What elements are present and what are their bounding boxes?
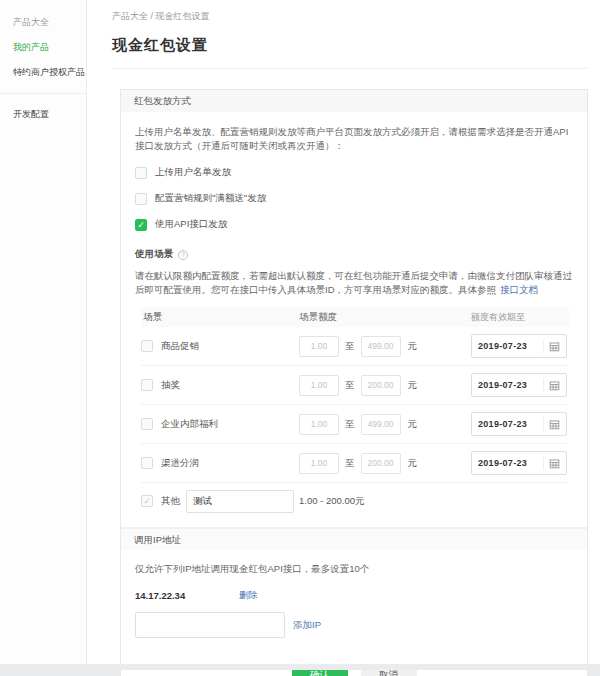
checkbox-icon[interactable] [141, 418, 153, 430]
other-scene-range: 1.00 - 200.00元 [299, 495, 365, 508]
table-row-lottery: 抽奖 至 元 2019-07-23 [141, 366, 569, 405]
sidebar-divider [0, 93, 86, 94]
checkbox-label: 配置营销规则"满额送"发放 [155, 192, 266, 205]
new-ip-input[interactable] [135, 612, 285, 638]
ip-add-row: 添加IP [135, 612, 573, 638]
main-content: 产品大全 / 现金红包设置 现金红包设置 红包发放方式 上传用户名单发放、配置营… [87, 0, 600, 670]
date-picker[interactable]: 2019-07-23 [471, 334, 567, 358]
unit-label: 元 [408, 340, 418, 353]
date-picker[interactable]: 2019-07-23 [471, 451, 567, 475]
scene-name: 企业内部福利 [161, 418, 218, 431]
max-amount-input[interactable] [361, 453, 401, 474]
settings-panel: 红包发放方式 上传用户名单发放、配置营销规则发放等商户平台页面发放方式必须开启，… [120, 89, 588, 676]
sidebar-item-authorized-products[interactable]: 特约商户授权产品 [0, 60, 86, 85]
section-header-send-methods: 红包发放方式 [121, 90, 587, 112]
calendar-icon [543, 339, 560, 353]
api-doc-link[interactable]: 接口文档 [500, 284, 538, 295]
max-amount-input[interactable] [361, 414, 401, 435]
table-row-employee-benefits: 企业内部福利 至 元 2019-07-23 [141, 405, 569, 444]
unit-label: 元 [408, 457, 418, 470]
section-header-ip: 调用IP地址 [121, 528, 587, 550]
column-header-scene: 场景 [141, 311, 299, 324]
min-amount-input[interactable] [299, 336, 339, 357]
calendar-icon [543, 378, 560, 392]
ip-entry-row: 14.17.22.34 删除 [135, 589, 573, 602]
scene-name: 其他 [161, 495, 180, 508]
send-methods-intro: 上传用户名单发放、配置营销规则发放等商户平台页面发放方式必须开启，请根据需求选择… [135, 125, 573, 153]
page-bottom-strip [0, 664, 600, 670]
scene-quota-table: 场景 场景额度 额度有效期至 商品促销 至 元 [141, 307, 569, 519]
page: 产品大全 我的产品 特约商户授权产品 开发配置 产品大全 / 现金红包设置 现金… [0, 0, 600, 670]
checkbox-label: 上传用户名单发放 [155, 166, 231, 179]
min-amount-input[interactable] [299, 375, 339, 396]
checkbox-faint-icon[interactable] [141, 495, 153, 507]
sidebar-item-dev-config[interactable]: 开发配置 [0, 102, 86, 127]
usage-scenes-title: 使用场景 [135, 248, 173, 261]
sidebar-item-my-products[interactable]: 我的产品 [0, 35, 86, 60]
calendar-icon [543, 417, 560, 431]
max-amount-input[interactable] [361, 336, 401, 357]
checkbox-icon [135, 193, 147, 205]
table-row-product-promo: 商品促销 至 元 2019-07-23 [141, 327, 569, 366]
checkbox-checked-icon [135, 219, 147, 231]
checkbox-icon[interactable] [141, 457, 153, 469]
table-row-other: 其他 1.00 - 200.00元 [141, 483, 569, 519]
date-value: 2019-07-23 [478, 341, 543, 351]
date-value: 2019-07-23 [478, 419, 543, 429]
ip-section: 仅允许下列IP地址调用现金红包API接口，最多设置10个 14.17.22.34… [121, 550, 587, 638]
table-row-channel-profit: 渠道分润 至 元 2019-07-23 [141, 444, 569, 483]
column-header-valid-until: 额度有效期至 [471, 311, 569, 324]
ip-address: 14.17.22.34 [135, 590, 239, 601]
breadcrumb-parent[interactable]: 产品大全 [112, 11, 148, 21]
checkbox-use-api[interactable]: 使用API接口发放 [135, 218, 573, 231]
checkbox-marketing-rule[interactable]: 配置营销规则"满额送"发放 [135, 192, 573, 205]
date-value: 2019-07-23 [478, 458, 543, 468]
other-scene-input[interactable] [186, 490, 294, 513]
ip-section-description: 仅允许下列IP地址调用现金红包API接口，最多设置10个 [135, 563, 573, 576]
date-value: 2019-07-23 [478, 380, 543, 390]
page-title: 现金红包设置 [112, 36, 588, 55]
to-label: 至 [345, 379, 355, 392]
to-label: 至 [345, 457, 355, 470]
checkbox-icon [135, 167, 147, 179]
max-amount-input[interactable] [361, 375, 401, 396]
sidebar-item-all-products[interactable]: 产品大全 [0, 10, 86, 35]
unit-label: 元 [408, 418, 418, 431]
send-methods-section: 上传用户名单发放、配置营销规则发放等商户平台页面发放方式必须开启，请根据需求选择… [121, 112, 587, 519]
column-header-quota: 场景额度 [299, 311, 471, 324]
scene-name: 抽奖 [161, 379, 180, 392]
breadcrumb-current: 现金红包设置 [156, 11, 210, 21]
scene-name: 渠道分润 [161, 457, 199, 470]
delete-ip-link[interactable]: 删除 [239, 589, 258, 602]
to-label: 至 [345, 418, 355, 431]
calendar-icon [543, 456, 560, 470]
checkbox-icon[interactable] [141, 340, 153, 352]
title-divider [112, 68, 588, 69]
checkbox-label: 使用API接口发放 [155, 218, 227, 231]
date-picker[interactable]: 2019-07-23 [471, 412, 567, 436]
scene-name: 商品促销 [161, 340, 199, 353]
info-icon[interactable]: ? [178, 250, 188, 260]
checkbox-upload-user-list[interactable]: 上传用户名单发放 [135, 166, 573, 179]
min-amount-input[interactable] [299, 453, 339, 474]
breadcrumb: 产品大全 / 现金红包设置 [112, 10, 588, 23]
table-header-row: 场景 场景额度 额度有效期至 [141, 307, 569, 327]
to-label: 至 [345, 340, 355, 353]
add-ip-link[interactable]: 添加IP [293, 619, 321, 632]
date-picker[interactable]: 2019-07-23 [471, 373, 567, 397]
usage-scenes-title-row: 使用场景 ? [135, 248, 573, 261]
min-amount-input[interactable] [299, 414, 339, 435]
sidebar: 产品大全 我的产品 特约商户授权产品 开发配置 [0, 0, 87, 670]
usage-scenes-description: 请在默认限额内配置额度，若需超出默认额度，可在红包功能开通后提交申请，由微信支付… [135, 269, 573, 297]
unit-label: 元 [408, 379, 418, 392]
checkbox-icon[interactable] [141, 379, 153, 391]
breadcrumb-separator: / [148, 11, 156, 21]
